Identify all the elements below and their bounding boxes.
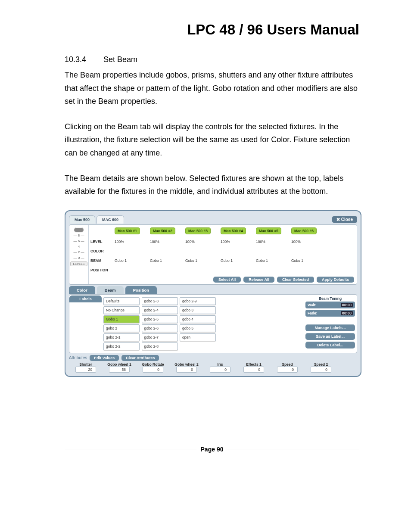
beam-value: Gobo 1 bbox=[290, 256, 326, 265]
label-cell[interactable]: gobo 2-7 bbox=[142, 333, 178, 341]
wait-value: 00:00 bbox=[341, 303, 353, 307]
close-icon: ✖ bbox=[336, 217, 340, 222]
label-cell[interactable]: gobo 2-6 bbox=[142, 324, 178, 332]
close-button[interactable]: ✖ Close bbox=[332, 216, 357, 223]
doc-title: LPC 48 / 96 Users Manual bbox=[65, 22, 359, 38]
tab-color[interactable]: Color bbox=[69, 286, 95, 294]
edit-values-button[interactable]: Edit Values bbox=[90, 355, 119, 361]
attr-label: Gobo Rotate bbox=[136, 362, 170, 367]
section-title: Set Beam bbox=[103, 55, 137, 64]
fixture-header[interactable]: Mac 500 #6 bbox=[291, 227, 317, 234]
label-cell[interactable]: Defaults bbox=[103, 297, 140, 305]
attr-label: Speed bbox=[271, 362, 304, 367]
paragraph-1: The Beam properties include gobos, prism… bbox=[65, 68, 359, 108]
fixture-header[interactable]: Mac 500 #4 bbox=[221, 227, 246, 234]
attr-label: Iris bbox=[203, 362, 237, 367]
iris-input[interactable]: 0 bbox=[210, 367, 230, 373]
attr-label: Gobo wheel 2 bbox=[170, 362, 203, 367]
attr-label: Effects 1 bbox=[237, 362, 271, 367]
tab-beam[interactable]: Beam bbox=[97, 286, 124, 294]
label-cell[interactable]: gobo 2-4 bbox=[142, 306, 178, 314]
manage-labels-button[interactable]: Manage Labels... bbox=[305, 324, 355, 331]
page-number: Page 90 bbox=[201, 446, 224, 453]
beam-timing-title: Beam Timing bbox=[305, 296, 355, 301]
effects1-input[interactable]: 0 bbox=[243, 367, 264, 373]
select-all-button[interactable]: Select All bbox=[213, 277, 241, 283]
label-cell[interactable]: gobo 2-5 bbox=[142, 315, 178, 323]
footer-rule bbox=[65, 449, 196, 449]
label-cell[interactable]: gobo 2-3 bbox=[142, 297, 178, 305]
clear-attributes-button[interactable]: Clear Attributes bbox=[121, 355, 159, 361]
level-value: 100% bbox=[149, 237, 184, 246]
wait-field[interactable]: Wait: 00:00 bbox=[305, 302, 355, 308]
label-cell[interactable]: gobo 2-1 bbox=[103, 333, 140, 341]
label-cell[interactable]: gobo 2-8 bbox=[142, 342, 178, 350]
tab-position[interactable]: Position bbox=[125, 286, 157, 294]
section-number: 10.3.4 bbox=[65, 55, 101, 64]
paragraph-2: Clicking on the Beam tab will display th… bbox=[65, 120, 359, 160]
clear-selected-button[interactable]: Clear Selected bbox=[277, 277, 314, 283]
save-as-label-button[interactable]: Save as Label... bbox=[305, 333, 355, 340]
delete-label-button[interactable]: Delete Label... bbox=[305, 342, 355, 348]
level-value: 100% bbox=[114, 237, 149, 246]
speed2-input[interactable]: 0 bbox=[311, 367, 331, 373]
labels-tab[interactable]: Labels bbox=[69, 296, 102, 302]
level-value: 100% bbox=[290, 237, 326, 246]
label-cell[interactable]: gobo 2 bbox=[103, 324, 140, 332]
apply-defaults-button[interactable]: Apply Defaults bbox=[317, 277, 354, 283]
slider-handle-icon[interactable] bbox=[74, 227, 84, 232]
label-cell[interactable]: gobo 4 bbox=[180, 315, 216, 323]
row-label-color: COLOR bbox=[89, 246, 114, 256]
gobo-wheel1-input[interactable]: 56 bbox=[109, 367, 130, 373]
gobo-rotate-input[interactable]: 0 bbox=[143, 367, 163, 373]
speed-input[interactable]: 0 bbox=[277, 367, 298, 373]
footer-rule bbox=[227, 449, 359, 449]
beam-value: Gobo 1 bbox=[255, 256, 290, 265]
screenshot-panel: Mac 500 MAC 600 ✖ Close — 8 — — 6 — — 4 … bbox=[65, 210, 361, 377]
label-cell[interactable]: gobo 3 bbox=[180, 306, 216, 314]
release-all-button[interactable]: Release All bbox=[243, 277, 274, 283]
label-cell[interactable]: gobo 2-2 bbox=[103, 342, 140, 350]
label-cell-selected[interactable]: Gobo 1 bbox=[103, 315, 140, 323]
beam-value: Gobo 1 bbox=[184, 256, 220, 265]
label-cell[interactable]: gobo 5 bbox=[180, 324, 216, 332]
beam-value: Gobo 1 bbox=[114, 256, 149, 265]
fixture-header[interactable]: Mac 500 #5 bbox=[256, 227, 281, 234]
row-label-beam: BEAM bbox=[89, 256, 114, 265]
levels-slider[interactable]: — 8 — — 6 — — 4 — — 2 — — 0 — LEVELS bbox=[69, 225, 89, 284]
attr-label: Gobo wheel 1 bbox=[103, 362, 136, 367]
level-value: 100% bbox=[255, 237, 290, 246]
level-value: 100% bbox=[220, 237, 255, 246]
row-label-level: LEVEL bbox=[89, 237, 114, 246]
device-tab-mac500[interactable]: Mac 500 bbox=[69, 215, 95, 224]
label-cell[interactable]: gobo 2-9 bbox=[180, 297, 216, 305]
label-cell[interactable]: No Change bbox=[103, 306, 140, 314]
levels-button[interactable]: LEVELS bbox=[70, 261, 87, 266]
paragraph-3: The Beam details are shown below. Select… bbox=[65, 172, 359, 198]
beam-value: Gobo 1 bbox=[149, 256, 184, 265]
attr-label: Shutter bbox=[69, 362, 103, 367]
fixture-header[interactable]: Mac 500 #3 bbox=[185, 227, 211, 234]
shutter-input[interactable]: 20 bbox=[75, 367, 96, 373]
row-label-position: POSITION bbox=[89, 265, 114, 275]
fade-value: 00:00 bbox=[341, 311, 353, 315]
level-value: 100% bbox=[184, 237, 220, 246]
fixture-header[interactable]: Mac 500 #1 bbox=[115, 227, 140, 234]
fade-field[interactable]: Fade: 00:00 bbox=[305, 310, 355, 317]
fixture-header[interactable]: Mac 500 #2 bbox=[150, 227, 175, 234]
attr-label: Speed 2 bbox=[304, 362, 338, 367]
section-heading: 10.3.4 Set Beam bbox=[65, 55, 359, 64]
beam-value: Gobo 1 bbox=[220, 256, 255, 265]
device-tab-mac600[interactable]: MAC 600 bbox=[97, 215, 124, 224]
attributes-title: Attributes bbox=[69, 355, 87, 360]
label-cell[interactable]: open bbox=[180, 333, 216, 341]
gobo-wheel2-input[interactable]: 0 bbox=[176, 367, 197, 373]
